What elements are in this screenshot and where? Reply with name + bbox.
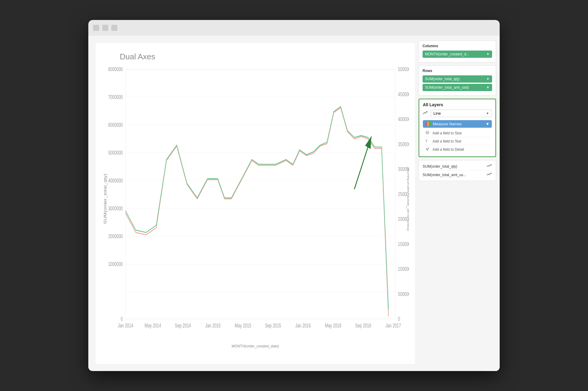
svg-text:0: 0 <box>398 316 400 322</box>
svg-text:Jan 2017: Jan 2017 <box>386 323 401 329</box>
field-text-row[interactable]: T Add a field to Text <box>423 137 492 145</box>
svg-point-45 <box>426 131 429 134</box>
window-btn-2[interactable] <box>102 25 108 31</box>
svg-text:May 2016: May 2016 <box>325 323 341 329</box>
text-field-label: Add a field to Text <box>433 139 461 143</box>
svg-text:SUM(order_total_amt_usd): SUM(order_total_amt_usd) <box>407 167 409 231</box>
svg-point-46 <box>427 132 428 133</box>
svg-rect-0 <box>126 69 395 319</box>
bottom-row-1[interactable]: SUM(order_total_qty) <box>423 162 492 171</box>
svg-text:Jan 2014: Jan 2014 <box>118 323 133 329</box>
chart-title: Dual Axes <box>120 52 409 61</box>
svg-text:35000000: 35000000 <box>398 141 409 147</box>
svg-text:Sep 2014: Sep 2014 <box>175 323 191 329</box>
rows-pill-1[interactable]: SUM(order_total_qty) ▼ <box>423 75 492 83</box>
svg-text:May 2014: May 2014 <box>145 323 161 329</box>
bottom-row-1-label: SUM(order_total_qty) <box>423 164 457 169</box>
window-frame: Dual Axes <box>88 20 500 371</box>
rows-section: Rows SUM(order_total_qty) ▼ SUM(order_to… <box>419 65 496 96</box>
svg-text:3000000: 3000000 <box>108 205 123 212</box>
bottom-row-2-icon <box>487 172 492 177</box>
svg-text:40000000: 40000000 <box>398 116 409 122</box>
mark-type-label: Line <box>433 111 441 116</box>
bottom-row-2-label: SUM(order_total_amt_us... <box>423 173 466 177</box>
svg-point-49 <box>427 149 428 150</box>
svg-text:15000000: 15000000 <box>398 241 409 247</box>
svg-text:Sep 2016: Sep 2016 <box>355 323 371 329</box>
detail-icon <box>425 147 430 152</box>
line-chart-icon <box>423 111 428 116</box>
mark-select-arrow: ▼ <box>486 112 489 115</box>
columns-pill[interactable]: MONTH(order_created_d... ▼ <box>423 51 492 58</box>
svg-text:Jan 2015: Jan 2015 <box>205 323 220 329</box>
right-panel: Columns MONTH(order_created_d... ▼ Rows … <box>415 36 500 371</box>
measure-names-row[interactable]: Measure Names ▼ <box>423 120 492 128</box>
svg-text:8000000: 8000000 <box>108 66 123 72</box>
size-icon <box>425 130 430 136</box>
rows-pill-2[interactable]: SUM(order_total_amt_usd) ▼ <box>423 84 492 91</box>
svg-text:1000000: 1000000 <box>108 261 123 267</box>
columns-label: Columns <box>423 44 492 48</box>
svg-text:4000000: 4000000 <box>108 178 123 184</box>
svg-text:10000000: 10000000 <box>398 266 409 272</box>
mark-type-row: Line ▼ <box>423 110 492 117</box>
columns-section: Columns MONTH(order_created_d... ▼ <box>419 41 496 62</box>
title-bar <box>88 20 500 36</box>
rows-pill-1-arrow: ▼ <box>486 77 490 81</box>
mark-type-select[interactable]: Line ▼ <box>431 110 492 117</box>
all-layers-title: All Layers <box>423 102 492 107</box>
window-btn-3[interactable] <box>111 25 117 31</box>
chart-svg: 8000000 7000000 6000000 5000000 4000000 … <box>102 64 409 343</box>
window-btn-1[interactable] <box>93 25 99 31</box>
main-content: Dual Axes <box>88 36 500 371</box>
svg-text:Sep 2015: Sep 2015 <box>265 323 281 329</box>
color-bars-icon <box>425 122 431 126</box>
text-icon: T <box>425 139 430 143</box>
bottom-row-2[interactable]: SUM(order_total_amt_us... <box>423 171 492 179</box>
svg-text:50000000: 50000000 <box>398 66 409 72</box>
field-detail-row[interactable]: Add a field to Detail <box>423 145 492 153</box>
chart-wrapper: 8000000 7000000 6000000 5000000 4000000 … <box>102 64 409 343</box>
rows-label: Rows <box>423 69 492 73</box>
svg-text:5000000: 5000000 <box>398 291 409 297</box>
rows-pill-1-text: SUM(order_total_qty) <box>425 77 486 81</box>
x-axis-label: MONTH(order_created_date) <box>102 344 409 348</box>
svg-text:0: 0 <box>121 316 123 322</box>
bottom-section: SUM(order_total_qty) SUM(order_total_amt… <box>419 160 496 181</box>
size-field-label: Add a field to Size <box>433 131 462 135</box>
bottom-row-1-icon <box>487 164 492 169</box>
detail-field-label: Add a field to Detail <box>433 147 464 152</box>
columns-pill-arrow: ▼ <box>486 52 490 56</box>
measure-names-label: Measure Names <box>433 122 485 126</box>
field-size-row[interactable]: Add a field to Size <box>423 129 492 137</box>
svg-text:Jan 2016: Jan 2016 <box>296 323 311 329</box>
rows-pill-2-text: SUM(order_total_amt_usd) <box>425 85 486 90</box>
svg-text:2000000: 2000000 <box>108 233 123 239</box>
all-layers-section: All Layers Line ▼ <box>419 99 496 157</box>
svg-point-48 <box>428 148 429 149</box>
chart-area: Dual Axes <box>96 43 415 364</box>
svg-text:May 2015: May 2015 <box>235 323 251 329</box>
svg-point-47 <box>426 148 427 150</box>
svg-text:45000000: 45000000 <box>398 91 409 97</box>
columns-pill-text: MONTH(order_created_d... <box>425 52 486 56</box>
svg-text:5000000: 5000000 <box>108 150 123 156</box>
svg-text:7000000: 7000000 <box>108 94 123 100</box>
svg-text:SUM(order_total_qty): SUM(order_total_qty) <box>103 174 107 224</box>
svg-text:6000000: 6000000 <box>108 122 123 128</box>
measure-names-arrow: ▼ <box>485 122 489 126</box>
rows-pill-2-arrow: ▼ <box>486 85 490 90</box>
